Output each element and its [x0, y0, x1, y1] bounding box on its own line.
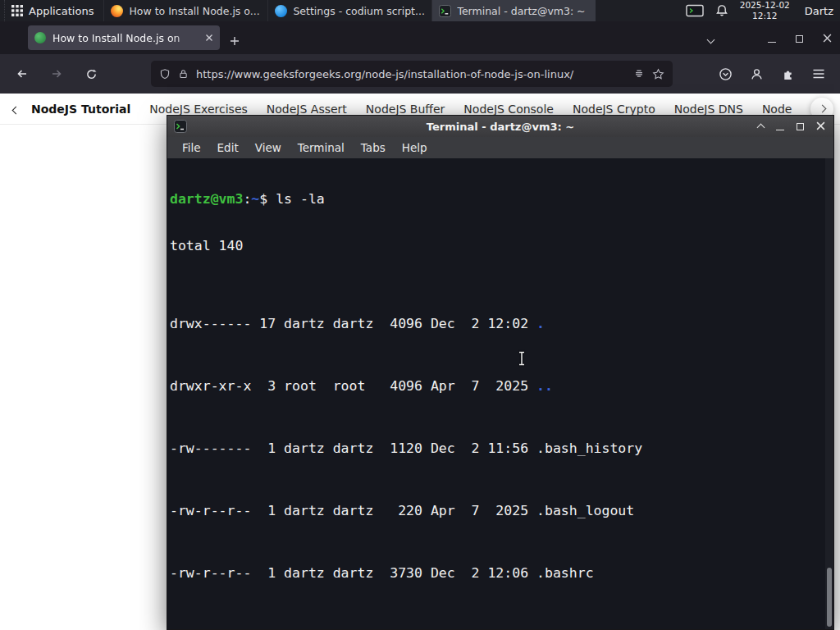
firefox-icon [111, 5, 123, 17]
terminal-scrollbar[interactable] [825, 158, 833, 629]
command-text: ls -la [267, 191, 325, 207]
terminal-title: Terminal - dartz@vm3: ~ [167, 121, 833, 133]
new-tab-button[interactable] [230, 36, 240, 46]
menu-help[interactable]: Help [394, 141, 436, 154]
menu-view[interactable]: View [247, 141, 290, 154]
taskbar-item-firefox[interactable]: How to Install Node.js o... [103, 0, 267, 21]
terminal-minimize-button[interactable] [776, 121, 784, 133]
url-bar[interactable]: https://www.geeksforgeeks.org/node-js/in… [151, 61, 673, 87]
prompt-user: dartz@vm3 [170, 191, 243, 207]
taskbar-item-codium[interactable]: Settings - codium script... [267, 0, 431, 21]
nav-scroll-left-icon[interactable] [13, 103, 19, 116]
file-list: drwx------ 17 dartz dartz 4096 Dec 2 12:… [170, 285, 824, 629]
terminal-menubar: File Edit View Terminal Tabs Help [167, 137, 833, 158]
menu-tabs[interactable]: Tabs [353, 141, 394, 154]
window-controls [708, 21, 832, 54]
clock-date: 2025-12-02 [740, 0, 790, 11]
browser-tab-bar: How to Install Node.js on [0, 21, 840, 54]
extensions-puzzle-icon[interactable] [781, 67, 795, 81]
user-label[interactable]: Dartz [801, 5, 833, 17]
taskbar-item-terminal[interactable]: Terminal - dartz@vm3: ~ [431, 0, 596, 21]
terminal-screen[interactable]: dartz@vm3:~$ ls -la total 140 drwx------… [167, 158, 833, 629]
terminal-icon [174, 120, 187, 133]
tab-close-icon[interactable] [205, 34, 213, 42]
applications-menu-button[interactable]: Applications [5, 0, 103, 21]
menu-file[interactable]: File [174, 141, 209, 154]
menu-edit[interactable]: Edit [209, 141, 247, 154]
applications-grid-icon [11, 5, 23, 16]
top-panel: Applications How to Install Node.js o...… [0, 0, 840, 21]
total-line: total 140 [170, 238, 824, 253]
prompt-line: dartz@vm3:~$ ls -la [170, 191, 824, 207]
terminal-icon [439, 5, 451, 17]
nav-item-tutorial[interactable]: NodeJS Tutorial [31, 103, 130, 116]
terminal-window-controls [758, 121, 827, 133]
window-minimize-button[interactable] [768, 30, 776, 46]
prompt-dollar: $ [259, 191, 267, 207]
forward-button[interactable] [46, 63, 67, 84]
system-tray: 2025-12-02 12:12 Dartz [686, 0, 840, 21]
nav-item-crypto[interactable]: NodeJS Crypto [573, 103, 655, 116]
shade-button[interactable] [758, 121, 764, 133]
site-favicon [34, 32, 46, 43]
back-button[interactable] [11, 63, 33, 84]
window-close-button[interactable] [823, 30, 832, 46]
terminal-maximize-button[interactable] [797, 121, 804, 133]
file-row: drwx------ 17 dartz dartz 4096 Dec 2 12:… [170, 316, 824, 331]
file-row: drwxr-xr-x 10 dartz dartz 4096 Dec 2 12:… [170, 628, 824, 629]
file-row: -rw-r--r-- 1 dartz dartz 3730 Dec 2 12:0… [170, 565, 824, 581]
tab-title: How to Install Node.js on [52, 32, 199, 44]
file-row: drwxr-xr-x 3 root root 4096 Apr 7 2025 .… [170, 378, 824, 394]
nav-item-dns[interactable]: NodeJS DNS [674, 103, 743, 116]
terminal-window: Terminal - dartz@vm3: ~ File Edit View T… [167, 115, 834, 630]
file-row: -rw-r--r-- 1 dartz dartz 220 Apr 7 2025 … [170, 503, 824, 518]
url-text: https://www.geeksforgeeks.org/node-js/in… [196, 68, 626, 80]
browser-tab[interactable]: How to Install Node.js on [28, 25, 220, 50]
menu-hamburger-icon[interactable] [812, 68, 825, 80]
taskbar-label: Settings - codium script... [293, 5, 424, 17]
taskbar-label: How to Install Node.js o... [129, 5, 259, 17]
browser-toolbar: https://www.geeksforgeeks.org/node-js/in… [0, 54, 840, 94]
menu-terminal[interactable]: Terminal [290, 141, 353, 154]
clock[interactable]: 2025-12-02 12:12 [740, 0, 790, 21]
lock-icon[interactable] [178, 68, 189, 80]
reload-button[interactable] [80, 63, 102, 84]
nav-item-truncated[interactable]: Node [762, 103, 792, 116]
panel-handle [0, 0, 5, 21]
file-row: -rw------- 1 dartz dartz 1120 Dec 2 11:5… [170, 441, 824, 456]
terminal-close-button[interactable] [816, 121, 825, 133]
nav-item-console[interactable]: NodeJS Console [463, 103, 554, 116]
scrollbar-thumb[interactable] [827, 568, 832, 627]
taskbar-label: Terminal - dartz@vm3: ~ [457, 5, 585, 17]
desktop: Applications How to Install Node.js o...… [0, 0, 840, 630]
bookmark-star-icon[interactable] [652, 68, 664, 80]
nav-item-buffer[interactable]: NodeJS Buffer [366, 103, 445, 116]
nav-item-exercises[interactable]: NodeJS Exercises [149, 103, 248, 116]
terminal-titlebar[interactable]: Terminal - dartz@vm3: ~ [167, 116, 833, 137]
reader-mode-icon[interactable] [633, 68, 645, 80]
prompt-colon: : [243, 191, 251, 207]
tracking-protection-shield-icon[interactable] [159, 68, 171, 80]
prompt-path: ~ [251, 191, 259, 207]
toolbar-right-icons [719, 67, 829, 81]
notification-bell-icon[interactable] [715, 4, 728, 17]
list-all-tabs-icon[interactable] [708, 30, 714, 46]
account-icon[interactable] [750, 67, 764, 81]
clock-time: 12:12 [740, 11, 790, 21]
window-maximize-button[interactable] [796, 30, 803, 46]
window-taskbar: How to Install Node.js o... Settings - c… [103, 0, 596, 21]
nav-item-assert[interactable]: NodeJS Assert [267, 103, 347, 116]
systray-terminal-icon[interactable] [686, 4, 704, 17]
codium-icon [275, 5, 287, 17]
pocket-icon[interactable] [719, 67, 733, 81]
applications-label: Applications [29, 5, 94, 17]
